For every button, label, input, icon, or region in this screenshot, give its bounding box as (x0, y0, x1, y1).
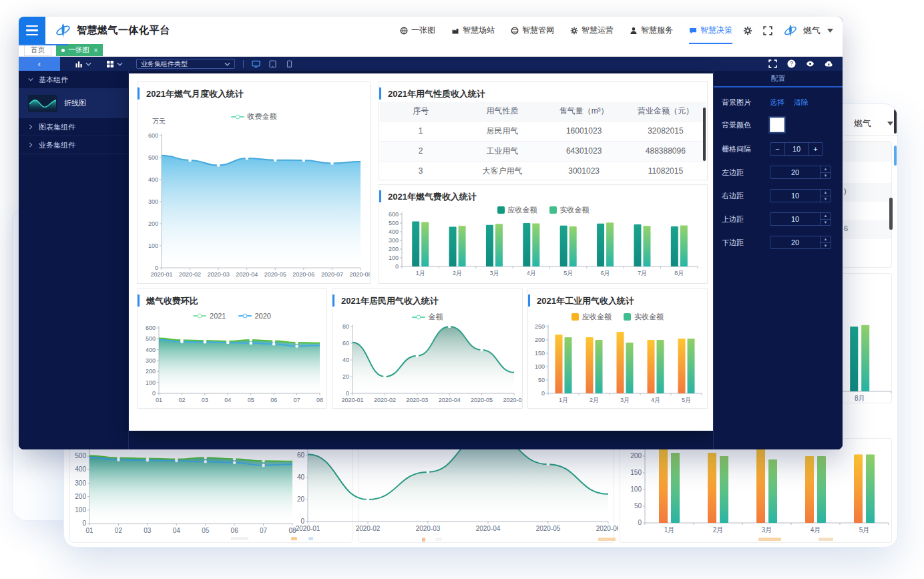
table-row[interactable]: 2工业用气64301023488388096 (380, 141, 706, 161)
sidebar-section-basic[interactable]: 基本组件 (19, 71, 128, 89)
components-sidebar: 基本组件 折线图 图表集组件 业务集组件 (19, 71, 129, 449)
chart-legend[interactable]: 20212020 (138, 312, 326, 320)
table-row[interactable]: 1居民用气1600102332082015 (380, 121, 706, 141)
settings-gear-icon[interactable] (743, 26, 752, 35)
chevron-down-icon (28, 77, 33, 82)
line-chart-thumbnail (28, 95, 57, 112)
spin-down-icon[interactable]: ▼ (821, 243, 831, 249)
select-value: 业务集组件类型 (141, 59, 188, 69)
card-title: 2021年用气性质收入统计 (379, 82, 707, 100)
bg-color-swatch[interactable] (770, 118, 784, 132)
close-icon[interactable]: × (94, 47, 98, 54)
industry-income-card[interactable]: 2021年工业用气收入统计 应收金额实收金额 0501001502002501月… (527, 288, 708, 409)
monthly-income-card[interactable]: 2021年燃气月度收入统计 万元 收费金额 010020030040050060… (137, 81, 371, 284)
nav-item-5[interactable]: 智慧决策 (689, 17, 732, 44)
nav-item-0[interactable]: 一张图 (400, 17, 435, 44)
workspace: 基本组件 折线图 图表集组件 业务集组件 (19, 71, 843, 449)
legend-item[interactable]: 2020 (238, 312, 271, 320)
scrollbar[interactable] (894, 146, 897, 166)
legend-item[interactable]: 收费金额 (231, 112, 277, 122)
legend-item[interactable]: 2021 (193, 312, 226, 320)
svg-text:2020-08: 2020-08 (349, 271, 370, 278)
svg-text:7月: 7月 (638, 270, 647, 276)
grid-gap-value[interactable]: 10 (785, 143, 808, 155)
spin-down-icon[interactable]: ▼ (821, 196, 831, 202)
spin-up-icon[interactable]: ▲ (821, 236, 831, 243)
legend-item[interactable]: 应收金额 (571, 312, 612, 322)
legend-item[interactable]: 实收金额 (624, 312, 664, 322)
spin-down-icon[interactable]: ▼ (821, 173, 831, 179)
sidebar-section-business-set[interactable]: 业务集组件 (19, 136, 128, 154)
bg-user-menu[interactable]: 燃气 (854, 118, 893, 130)
svg-text:5月: 5月 (563, 270, 573, 276)
usage-type-table-card[interactable]: 2021年用气性质收入统计 序号用气性质售气量（m³）营业金额（元） 1居民用气… (379, 81, 708, 180)
fullscreen-icon[interactable] (768, 59, 777, 68)
sidebar-section-chart-set[interactable]: 图表集组件 (19, 118, 128, 136)
spin-up-icon[interactable]: ▲ (821, 190, 831, 196)
chart-legend[interactable]: 应收金额实收金额 (528, 312, 707, 322)
spin-down-icon[interactable]: ▼ (821, 220, 831, 226)
fullscreen-icon[interactable] (763, 26, 772, 35)
chart-legend[interactable]: 金额 (332, 312, 522, 322)
nav-item-3[interactable]: 智慧运营 (570, 17, 614, 44)
user-avatar-logo-icon[interactable] (783, 23, 798, 38)
svg-text:300: 300 (75, 479, 86, 487)
monthly-income-chart: 01002003004005006002020-012020-022020-03… (138, 128, 370, 285)
phone-preview-icon[interactable] (285, 60, 294, 68)
chart-components-menu[interactable] (75, 60, 91, 68)
minus-button[interactable]: − (770, 143, 785, 155)
legend-marker-icon (571, 313, 579, 321)
svg-text:0: 0 (346, 390, 349, 397)
sidebar-item-line-chart[interactable]: 折线图 (19, 89, 128, 118)
tab-home[interactable]: 首页 (24, 44, 51, 56)
svg-text:2020-04: 2020-04 (439, 397, 461, 403)
nav-item-1[interactable]: 智慧场站 (451, 17, 495, 44)
svg-text:0: 0 (152, 390, 156, 397)
preview-eye-icon[interactable] (806, 59, 815, 68)
tablet-preview-icon[interactable] (268, 60, 277, 68)
margin-left-value[interactable]: 20 (770, 166, 820, 178)
fee-mom-card[interactable]: 燃气收费环比 20212020 010020030040050060001020… (137, 288, 327, 409)
spin-up-icon[interactable]: ▲ (821, 166, 831, 173)
svg-text:5月: 5月 (859, 526, 870, 534)
scrollbar[interactable] (889, 198, 893, 230)
margin-right-value[interactable]: 10 (770, 190, 820, 202)
margin-top-value[interactable]: 10 (770, 213, 820, 225)
spin-up-icon[interactable]: ▲ (821, 213, 831, 220)
table-cell: 居民用气 (461, 121, 543, 141)
grid-gap-stepper: − 10 + (770, 142, 823, 156)
resident-income-card[interactable]: 2021年居民用气收入统计 金额 0204060802020-012020-02… (332, 288, 523, 409)
table-row[interactable]: 3大客户用气300102311082015 (380, 161, 706, 179)
svg-text:2020-06: 2020-06 (596, 525, 618, 532)
legend-marker-icon (193, 315, 206, 317)
svg-text:01: 01 (156, 397, 162, 403)
bg-legend-fragment (308, 537, 313, 540)
margin-bottom-row: 下边距 20 ▲▼ (722, 236, 835, 249)
user-name[interactable]: 燃气 (803, 25, 821, 37)
nav-item-2[interactable]: 智慧管网 (511, 17, 554, 44)
desktop-preview-icon[interactable] (252, 60, 260, 68)
help-icon[interactable]: ? (787, 59, 796, 68)
bg-image-clear-link[interactable]: 清除 (794, 98, 808, 108)
chart-legend[interactable]: 收费金额 (138, 112, 370, 122)
field-label: 栅格间隔 (722, 144, 770, 154)
tab-one-map[interactable]: 一张图 × (56, 44, 103, 56)
legend-item[interactable]: 金额 (412, 312, 443, 322)
app-header: 智慧燃气一体化平台 一张图智慧场站智慧管网智慧运营智慧服务智慧决策 燃气 (19, 17, 843, 44)
margin-bottom-value[interactable]: 20 (770, 236, 820, 248)
back-button[interactable]: ‹ (19, 57, 60, 71)
menu-toggle-button[interactable] (19, 17, 45, 44)
cloud-publish-icon[interactable] (825, 59, 833, 68)
scrollbar[interactable] (894, 110, 897, 134)
chevron-down-icon[interactable] (827, 29, 833, 33)
bg-image-select-link[interactable]: 选择 (770, 98, 784, 108)
svg-text:40: 40 (297, 473, 305, 481)
plus-button[interactable]: + (808, 143, 823, 155)
bg-legend-fragment (435, 538, 442, 541)
nav-item-4[interactable]: 智慧服务 (630, 17, 673, 44)
fee-income-card[interactable]: 2021年燃气费收入统计 应收金额实收金额 010020030040050060… (379, 184, 708, 284)
svg-text:2020-02: 2020-02 (374, 397, 396, 403)
scrollbar[interactable] (703, 108, 706, 161)
component-type-select[interactable]: 业务集组件类型 (136, 59, 235, 69)
widget-components-menu[interactable] (106, 60, 123, 68)
